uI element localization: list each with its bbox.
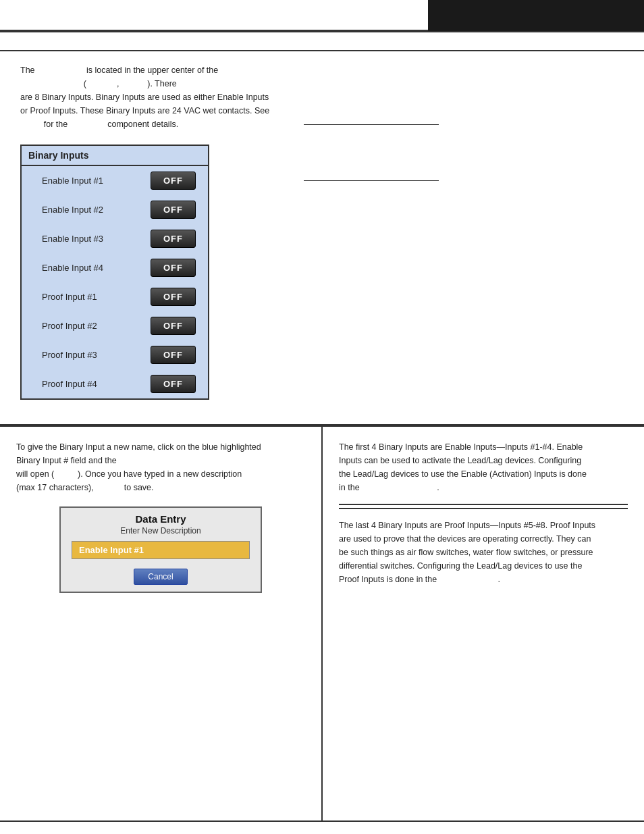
binary-input-row: Proof Input #4 OFF [22, 369, 208, 398]
input-label-4: Enable Input #4 [42, 263, 103, 273]
binary-input-row: Enable Input #4 OFF [22, 253, 208, 282]
input-label-5: Proof Input #1 [42, 292, 97, 302]
off-button-3[interactable]: OFF [151, 230, 196, 248]
off-button-1[interactable]: OFF [151, 172, 196, 190]
bottom-right-enable-text: The first 4 Binary Inputs are Enable Inp… [339, 440, 628, 494]
bottom-right: The first 4 Binary Inputs are Enable Inp… [323, 427, 644, 820]
top-left-col: The is located in the upper center of th… [20, 63, 344, 413]
off-button-7[interactable]: OFF [151, 346, 196, 364]
input-label-6: Proof Input #2 [42, 321, 97, 331]
data-entry-dialog: Data Entry Enter New Description Cancel [59, 506, 262, 593]
data-entry-input[interactable] [72, 541, 250, 559]
bottom-section: To give the Binary Input a new name, cli… [0, 425, 644, 820]
header-right [428, 0, 644, 31]
bottom-left-intro: To give the Binary Input a new name, cli… [16, 440, 305, 494]
top-right-col [344, 63, 624, 413]
intro-text: The is located in the upper center of th… [20, 63, 344, 131]
binary-input-row: Proof Input #2 OFF [22, 311, 208, 340]
cancel-button[interactable]: Cancel [134, 569, 187, 585]
binary-input-row: Proof Input #3 OFF [22, 340, 208, 369]
binary-inputs-title: Binary Inputs [28, 150, 88, 161]
top-section: The is located in the upper center of th… [0, 51, 644, 425]
input-label-2: Enable Input #2 [42, 205, 103, 215]
off-button-2[interactable]: OFF [151, 201, 196, 219]
intro-text-line2: ( , ). There [20, 79, 177, 88]
data-entry-subtitle: Enter New Description [61, 526, 261, 536]
bottom-right-proof-section: The last 4 Binary Inputs are Proof Input… [339, 508, 628, 586]
top-header [0, 0, 644, 32]
binary-inputs-rows: Enable Input #1 OFF Enable Input #2 OFF … [22, 166, 208, 398]
data-entry-input-row [61, 541, 261, 566]
binary-input-row: Enable Input #2 OFF [22, 195, 208, 224]
callout-line-2 [304, 180, 439, 181]
sub-header [0, 32, 644, 51]
off-button-8[interactable]: OFF [151, 375, 196, 393]
input-label-7: Proof Input #3 [42, 350, 97, 360]
intro-text-line4: or Proof Inputs. These Binary Inputs are… [20, 106, 269, 115]
binary-inputs-header: Binary Inputs [22, 146, 208, 166]
binary-input-row: Enable Input #1 OFF [22, 166, 208, 195]
mid-spacer [20, 413, 624, 424]
off-button-6[interactable]: OFF [151, 317, 196, 335]
off-button-4[interactable]: OFF [151, 259, 196, 277]
input-label-3: Enable Input #3 [42, 234, 103, 244]
binary-inputs-panel: Binary Inputs Enable Input #1 OFF Enable… [20, 145, 209, 400]
data-entry-cancel-row: Cancel [61, 566, 261, 592]
bottom-right-enable-section: The first 4 Binary Inputs are Enable Inp… [339, 440, 628, 505]
callout-line-1 [304, 124, 439, 125]
binary-input-row: Proof Input #1 OFF [22, 282, 208, 311]
top-desc-wrapper: The is located in the upper center of th… [20, 63, 624, 413]
input-label-8: Proof Input #4 [42, 379, 97, 389]
intro-text-line5: for the component details. [20, 120, 178, 129]
page-footer [0, 820, 644, 834]
page-container: The is located in the upper center of th… [0, 0, 644, 834]
bottom-left: To give the Binary Input a new name, cli… [0, 427, 323, 820]
header-left [0, 0, 428, 31]
intro-text-line1: The is located in the upper center of th… [20, 66, 218, 75]
binary-input-row: Enable Input #3 OFF [22, 224, 208, 253]
off-button-5[interactable]: OFF [151, 288, 196, 306]
bottom-right-proof-text: The last 4 Binary Inputs are Proof Input… [339, 519, 628, 586]
intro-text-line3: are 8 Binary Inputs. Binary Inputs are u… [20, 93, 269, 102]
data-entry-title: Data Entry [61, 508, 261, 526]
input-label-1: Enable Input #1 [42, 176, 103, 186]
